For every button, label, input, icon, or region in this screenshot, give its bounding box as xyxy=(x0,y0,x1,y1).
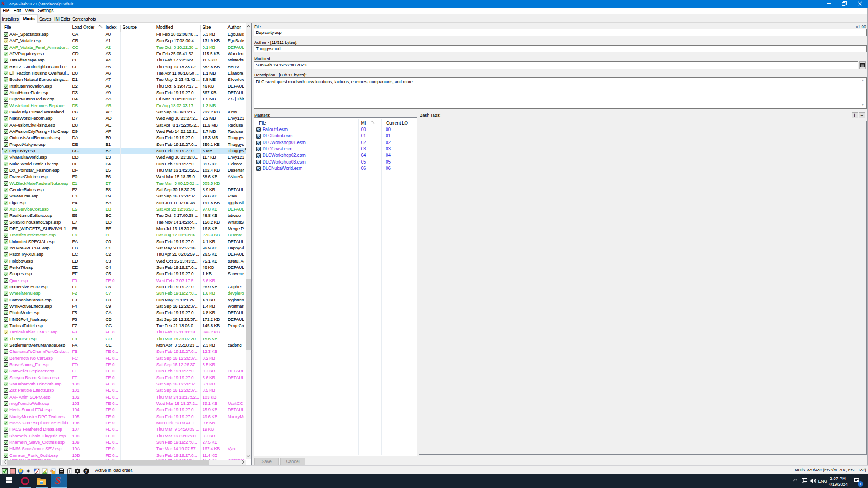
svg-text:?: ? xyxy=(85,469,87,473)
